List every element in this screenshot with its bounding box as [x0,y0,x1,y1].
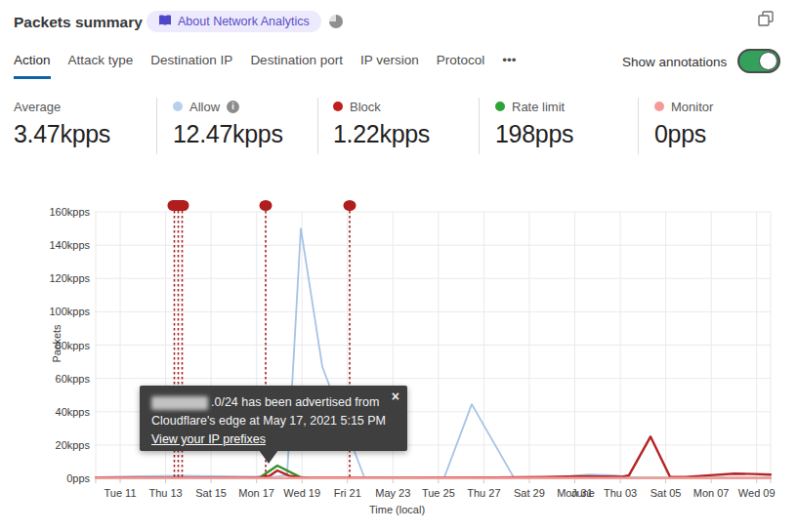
pie-chart-icon[interactable] [329,15,343,28]
y-tick-label: 60kpps [31,373,90,385]
tooltip-line1: .0/24 has been advertised from [151,393,396,412]
tab-ip-version[interactable]: IP version [360,53,419,79]
y-tick-label: 160kpps [31,206,90,218]
y-tick-label: 80kpps [31,340,90,351]
close-icon[interactable]: × [392,388,399,406]
x-axis-title: Time (local) [369,504,425,515]
dimension-tabs: Action Attack type Destination IP Destin… [14,53,516,79]
info-icon[interactable]: i [227,101,239,113]
stat-block: Block 1.22kpps [333,99,430,148]
duplicate-window-icon[interactable] [757,10,775,27]
rate-limit-legend-dot [495,102,505,111]
tab-action[interactable]: Action [14,53,51,79]
stat-label: Rate limit [512,100,565,114]
divider [156,98,157,154]
redacted-ip-prefix [151,396,208,410]
stat-value: 198pps [495,120,573,148]
tab-more[interactable]: ••• [502,53,516,79]
stat-average: Average 3.47kpps [14,99,110,148]
stat-rate-limit: Rate limit 198pps [495,99,573,148]
stat-value: 1.22kpps [333,120,430,148]
tab-destination-ip[interactable]: Destination IP [150,53,232,79]
stat-label: Monitor [671,100,713,114]
y-tick-label: 120kpps [31,272,90,284]
annotation-marker[interactable] [168,200,189,211]
y-tick-label: 20kpps [31,439,90,451]
toggle-knob [759,52,777,70]
divider [638,98,639,154]
y-tick-label: 100kpps [31,306,90,317]
block-legend-dot [333,102,343,111]
view-ip-prefixes-link[interactable]: View your IP prefixes [151,432,266,446]
divider [317,98,318,154]
allow-legend-dot [173,102,183,111]
annotation-tooltip: .0/24 has been advertised from Cloudflar… [140,386,407,451]
tab-protocol[interactable]: Protocol [437,53,485,79]
stat-label: Block [350,100,381,114]
stat-value: 12.47kpps [173,120,283,148]
page-title: Packets summary [14,14,143,31]
stat-allow: Allowi 12.47kpps [173,99,283,148]
monitor-legend-dot [654,102,664,111]
book-icon [158,13,172,30]
y-tick-label: 140kpps [31,239,90,251]
stat-label: Average [14,100,61,114]
stat-value: 0pps [654,120,713,148]
tab-destination-port[interactable]: Destination port [250,53,343,79]
tab-attack-type[interactable]: Attack type [68,53,134,79]
stat-monitor: Monitor 0pps [654,99,713,148]
badge-label: About Network Analytics [178,15,310,28]
stat-label: Allow [189,100,220,114]
network-analytics-panel: Packets summary About Network Analytics … [0,0,797,532]
tooltip-caret [259,450,278,464]
y-tick-label: 40kpps [31,406,90,418]
divider [479,98,480,154]
show-annotations-toggle[interactable] [737,49,780,73]
tooltip-line2: Cloudflare's edge at May 17, 2021 5:15 P… [151,412,396,430]
show-annotations-label: Show annotations [622,55,727,69]
stat-value: 3.47kpps [14,120,110,148]
annotation-marker[interactable] [260,200,273,211]
y-tick-label: 0pps [31,472,90,484]
about-network-analytics-badge[interactable]: About Network Analytics [147,11,321,32]
annotation-marker[interactable] [344,200,357,211]
